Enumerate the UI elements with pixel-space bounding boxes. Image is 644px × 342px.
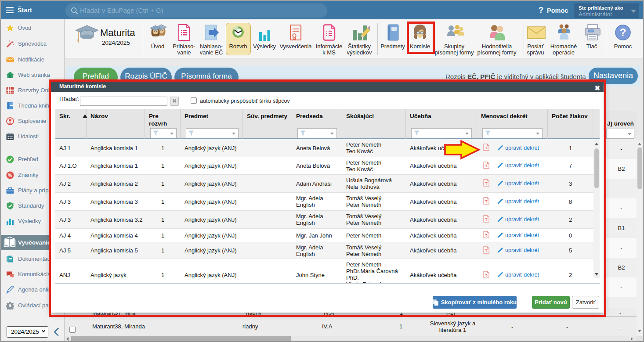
svg-text:%: % (8, 173, 12, 178)
svg-text:?: ? (620, 26, 626, 38)
